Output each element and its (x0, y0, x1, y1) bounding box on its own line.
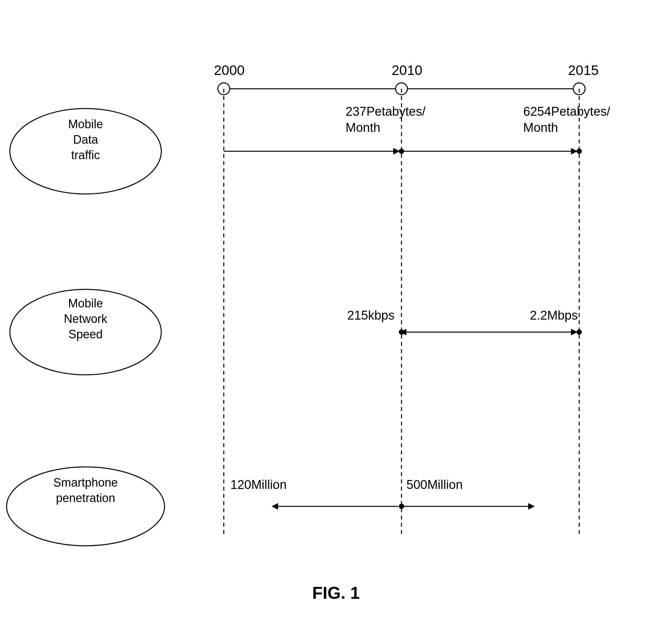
svg-marker-22 (271, 503, 278, 510)
data-kbps-2010: 215kbps (347, 307, 394, 324)
data-petabytes-2010: 237Petabytes/Month (345, 104, 426, 136)
label-smartphone: Smartphonepenetration (21, 475, 150, 506)
data-mbps-2015: 2.2Mbps (530, 307, 578, 324)
svg-point-19 (577, 329, 582, 335)
year-2015: 2015 (568, 62, 599, 78)
svg-point-12 (399, 149, 404, 154)
svg-point-18 (399, 329, 404, 335)
year-2000: 2000 (214, 62, 244, 78)
label-mobile-data: MobileDatatraffic (26, 117, 145, 163)
svg-point-13 (577, 149, 582, 154)
year-2010: 2010 (392, 62, 422, 78)
data-million-2010: 120Million (230, 477, 287, 493)
svg-marker-24 (528, 503, 535, 510)
svg-point-25 (399, 504, 404, 509)
label-mobile-network: MobileNetworkSpeed (26, 296, 145, 342)
data-petabytes-2015: 6254Petabytes/Month (523, 104, 610, 136)
figure-caption: FIG. 1 (0, 583, 672, 603)
data-million-2015: 500Million (406, 477, 463, 493)
diagram-container: 2000 2010 2015 MobileDatatraffic 237Peta… (0, 26, 672, 585)
